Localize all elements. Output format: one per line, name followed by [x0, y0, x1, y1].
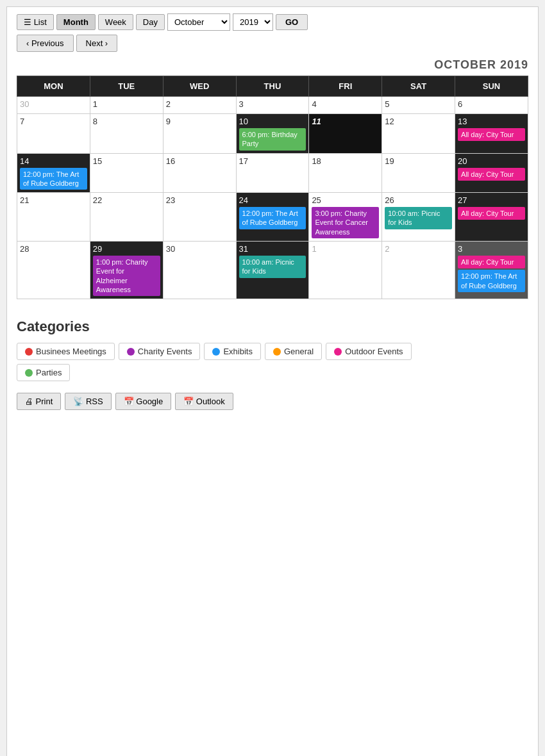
outlook-button[interactable]: 📅 Outlook	[175, 393, 233, 410]
header-mon: MON	[17, 76, 90, 97]
city-tour-event-3-next[interactable]: All day: City Tour	[458, 256, 525, 268]
day-20[interactable]: 20 All day: City Tour	[455, 153, 528, 193]
day-view-button[interactable]: Day	[136, 14, 165, 30]
day-10[interactable]: 10 6:00 pm: Birthday Party	[236, 114, 309, 154]
category-exhibits[interactable]: Exhibits	[204, 343, 261, 360]
day-number: 22	[93, 195, 160, 205]
art-rube-24-event[interactable]: 12:00 pm: The Art of Rube Goldberg	[239, 207, 306, 229]
week-view-button[interactable]: Week	[98, 14, 133, 30]
day-number: 3	[458, 244, 525, 254]
calendar-row-3: 14 12:00 pm: The Art of Rube Goldberg 15…	[17, 153, 528, 193]
business-meetings-label: Businees Meetings	[36, 347, 106, 356]
day-24[interactable]: 24 12:00 pm: The Art of Rube Goldberg	[236, 193, 309, 242]
day-number: 16	[166, 156, 233, 166]
calendar-table: MON TUE WED THU FRI SAT SUN 30 1 2 3 4 5…	[17, 76, 528, 299]
calendar-row-1: 30 1 2 3 4 5 6	[17, 97, 528, 114]
city-tour-event-13[interactable]: All day: City Tour	[458, 128, 525, 141]
day-6[interactable]: 6	[455, 97, 528, 114]
day-5[interactable]: 5	[382, 97, 455, 114]
day-18[interactable]: 18	[309, 153, 382, 193]
list-view-button[interactable]: List	[17, 14, 54, 30]
go-button[interactable]: GO	[276, 14, 308, 30]
day-17[interactable]: 17	[236, 153, 309, 193]
day-23[interactable]: 23	[163, 193, 236, 242]
birthday-party-event[interactable]: 6:00 pm: Birthday Party	[239, 128, 306, 151]
month-view-button[interactable]: Month	[56, 14, 96, 30]
day-19[interactable]: 19	[382, 153, 455, 193]
exhibits-dot	[212, 348, 220, 356]
previous-button[interactable]: ‹ Previous	[17, 35, 74, 52]
print-button[interactable]: 🖨 Print	[17, 393, 61, 410]
outdoor-events-dot	[334, 348, 342, 356]
day-15[interactable]: 15	[90, 153, 163, 193]
charity-events-label: Charity Events	[138, 347, 192, 356]
charity-alzheimer-event[interactable]: 1:00 pm: Charity Event for Alzheimer Awa…	[93, 256, 160, 296]
day-16[interactable]: 16	[163, 153, 236, 193]
day-3-next[interactable]: 3 All day: City Tour 12:00 pm: The Art o…	[455, 242, 528, 299]
category-general[interactable]: General	[265, 343, 322, 360]
category-outdoor-events[interactable]: Outdoor Events	[326, 343, 411, 360]
day-8[interactable]: 8	[90, 114, 163, 154]
day-number: 18	[312, 156, 379, 166]
city-tour-event-27[interactable]: All day: City Tour	[458, 207, 525, 220]
day-30-prev[interactable]: 30	[17, 97, 90, 114]
day-number: 2	[166, 99, 233, 109]
rss-button[interactable]: 📡 RSS	[65, 393, 111, 410]
day-2[interactable]: 2	[163, 97, 236, 114]
day-number: 12	[385, 117, 452, 126]
day-number: 25	[312, 195, 379, 205]
category-parties[interactable]: Parties	[17, 364, 70, 381]
exhibits-label: Exhibits	[223, 347, 253, 356]
charity-cancer-event[interactable]: 3:00 pm: Charity Event for Cancer Awaren…	[312, 207, 379, 238]
day-28[interactable]: 28	[17, 242, 90, 299]
charity-events-dot	[127, 348, 135, 356]
day-number: 5	[385, 99, 452, 109]
day-number: 26	[385, 195, 452, 205]
art-rube-3-next-event[interactable]: 12:00 pm: The Art of Rube Goldberg	[458, 270, 525, 292]
header-fri: FRI	[309, 76, 382, 97]
day-number: 21	[20, 195, 87, 205]
footer-links: 🖨 Print 📡 RSS 📅 Google 📅 Outlook	[17, 393, 528, 410]
next-button[interactable]: Next ›	[76, 35, 118, 52]
day-21[interactable]: 21	[17, 193, 90, 242]
day-number: 1	[312, 244, 379, 254]
day-1-next[interactable]: 1	[309, 242, 382, 299]
categories-list-2: Parties	[17, 364, 528, 381]
day-7[interactable]: 7	[17, 114, 90, 154]
day-3[interactable]: 3	[236, 97, 309, 114]
year-select[interactable]: 20172018201920202021	[233, 13, 273, 31]
day-number: 20	[458, 156, 525, 166]
day-2-next[interactable]: 2	[382, 242, 455, 299]
day-number: 15	[93, 156, 160, 166]
category-charity-events[interactable]: Charity Events	[119, 343, 201, 360]
day-4[interactable]: 4	[309, 97, 382, 114]
city-tour-event-20[interactable]: All day: City Tour	[458, 168, 525, 181]
day-11-today[interactable]: 11	[309, 114, 382, 154]
day-number: 4	[312, 99, 379, 109]
google-button[interactable]: 📅 Google	[115, 393, 172, 410]
day-22[interactable]: 22	[90, 193, 163, 242]
day-27[interactable]: 27 All day: City Tour	[455, 193, 528, 242]
category-business-meetings[interactable]: Businees Meetings	[17, 343, 115, 360]
day-12[interactable]: 12	[382, 114, 455, 154]
art-rube-14-event[interactable]: 12:00 pm: The Art of Rube Goldberg	[20, 168, 87, 190]
top-navigation: List Month Week Day JanuaryFebruaryMarch…	[17, 13, 528, 31]
day-29[interactable]: 29 1:00 pm: Charity Event for Alzheimer …	[90, 242, 163, 299]
day-30-oct[interactable]: 30	[163, 242, 236, 299]
day-31[interactable]: 31 10:00 am: Picnic for Kids	[236, 242, 309, 299]
calendar-row-5: 28 29 1:00 pm: Charity Event for Alzheim…	[17, 242, 528, 299]
day-25[interactable]: 25 3:00 pm: Charity Event for Cancer Awa…	[309, 193, 382, 242]
picnic-kids-31-event[interactable]: 10:00 am: Picnic for Kids	[239, 256, 306, 278]
day-9[interactable]: 9	[163, 114, 236, 154]
day-1[interactable]: 1	[90, 97, 163, 114]
month-select[interactable]: JanuaryFebruaryMarch AprilMayJune JulyAu…	[167, 13, 230, 31]
day-13[interactable]: 13 All day: City Tour	[455, 114, 528, 154]
header-sat: SAT	[382, 76, 455, 97]
general-label: General	[284, 347, 314, 356]
categories-title: Categories	[17, 318, 528, 335]
day-14[interactable]: 14 12:00 pm: The Art of Rube Goldberg	[17, 153, 90, 193]
picnic-kids-26-event[interactable]: 10:00 am: Picnic for Kids	[385, 207, 452, 229]
calendar-header-row: MON TUE WED THU FRI SAT SUN	[17, 76, 528, 97]
header-tue: TUE	[90, 76, 163, 97]
day-26[interactable]: 26 10:00 am: Picnic for Kids	[382, 193, 455, 242]
